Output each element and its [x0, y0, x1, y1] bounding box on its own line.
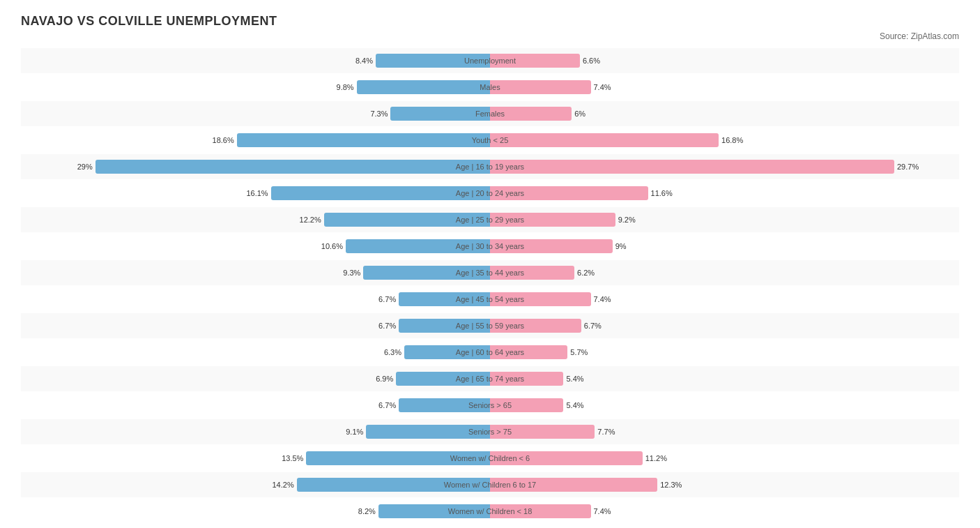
colville-bar: [490, 266, 574, 280]
navajo-value: 10.6%: [321, 242, 343, 250]
left-section: 6.9%: [21, 366, 490, 391]
colville-bar: [490, 186, 648, 200]
right-section: 9.2%: [490, 207, 959, 232]
chart-row: 13.5%Women w/ Children < 611.2%: [21, 446, 959, 471]
colville-value: 12.3%: [660, 481, 682, 489]
colville-value: 6.7%: [584, 322, 602, 330]
navajo-value: 6.7%: [378, 295, 396, 303]
colville-bar: [490, 54, 580, 68]
colville-value: 9%: [615, 242, 627, 250]
chart-row: 18.6%Youth < 2516.8%: [21, 128, 959, 153]
colville-value: 7.4%: [594, 83, 611, 91]
colville-value: 7.4%: [594, 507, 611, 515]
navajo-value: 12.2%: [300, 216, 321, 224]
navajo-value: 16.1%: [246, 189, 268, 197]
left-section: 8.2%: [21, 499, 490, 524]
right-section: 7.4%: [490, 499, 959, 524]
colville-value: 9.2%: [618, 216, 636, 224]
colville-value: 7.7%: [597, 428, 615, 436]
chart-row: 9.3%Age | 35 to 44 years6.2%: [21, 260, 959, 285]
chart-row: 16.1%Age | 20 to 24 years11.6%: [21, 181, 959, 206]
navajo-bar: [237, 133, 490, 147]
colville-value: 16.8%: [721, 136, 743, 144]
navajo-value: 14.2%: [273, 481, 294, 489]
chart-row: 9.8%Males7.4%: [21, 75, 959, 100]
colville-value: 5.4%: [566, 375, 583, 383]
navajo-value: 7.3%: [370, 110, 388, 118]
left-section: 6.3%: [21, 340, 490, 365]
navajo-value: 18.6%: [213, 136, 234, 144]
colville-bar: [490, 133, 719, 147]
navajo-bar: [306, 451, 490, 465]
colville-bar: [490, 451, 643, 465]
navajo-bar: [396, 372, 490, 386]
colville-bar: [490, 478, 657, 492]
left-section: 8.4%: [21, 48, 490, 73]
colville-bar: [490, 504, 591, 518]
colville-bar: [490, 372, 563, 386]
chart-row: 8.2%Women w/ Children < 187.4%: [21, 499, 959, 524]
colville-bar: [490, 160, 894, 174]
colville-value: 6.6%: [583, 56, 600, 65]
chart-row: 12.2%Age | 25 to 29 years9.2%: [21, 207, 959, 232]
left-section: 7.3%: [21, 101, 490, 126]
colville-value: 6.2%: [577, 269, 595, 277]
navajo-bar: [366, 425, 490, 439]
colville-value: 6%: [574, 110, 585, 118]
colville-value: 11.6%: [651, 189, 673, 197]
navajo-bar: [346, 239, 490, 253]
right-section: 7.4%: [490, 75, 959, 100]
right-section: 7.7%: [490, 419, 959, 444]
source-label: Source: ZipAtlas.com: [21, 31, 959, 41]
left-section: 12.2%: [21, 207, 490, 232]
navajo-bar: [95, 160, 490, 174]
navajo-bar: [399, 398, 490, 412]
chart-row: 29%Age | 16 to 19 years29.7%: [21, 154, 959, 179]
colville-bar: [490, 398, 563, 412]
navajo-bar: [399, 292, 490, 306]
left-section: 9.1%: [21, 419, 490, 444]
colville-value: 5.4%: [566, 401, 583, 409]
colville-value: 29.7%: [897, 163, 919, 171]
navajo-bar: [399, 319, 490, 333]
chart-area: 8.4%Unemployment6.6%9.8%Males7.4%7.3%Fem…: [21, 48, 959, 524]
right-section: 5.4%: [490, 366, 959, 391]
colville-bar: [490, 319, 581, 333]
navajo-value: 8.4%: [355, 56, 373, 65]
navajo-bar: [357, 80, 490, 94]
navajo-bar: [378, 504, 490, 518]
chart-row: 6.3%Age | 60 to 64 years5.7%: [21, 340, 959, 365]
right-section: 16.8%: [490, 128, 959, 153]
colville-bar: [490, 425, 595, 439]
left-section: 10.6%: [21, 234, 490, 259]
left-section: 13.5%: [21, 446, 490, 471]
colville-bar: [490, 292, 591, 306]
navajo-value: 6.9%: [376, 375, 393, 383]
navajo-value: 8.2%: [358, 507, 376, 515]
navajo-bar: [363, 266, 490, 280]
colville-bar: [490, 239, 613, 253]
left-section: 6.7%: [21, 393, 490, 418]
colville-bar: [490, 107, 572, 121]
right-section: 6.6%: [490, 48, 959, 73]
right-section: 9%: [490, 234, 959, 259]
chart-row: 6.7%Age | 55 to 59 years6.7%: [21, 313, 959, 338]
navajo-bar: [376, 54, 490, 68]
chart-row: 10.6%Age | 30 to 34 years9%: [21, 234, 959, 259]
navajo-value: 6.7%: [378, 322, 396, 330]
chart-row: 9.1%Seniors > 757.7%: [21, 419, 959, 444]
colville-bar: [490, 345, 567, 359]
chart-row: 6.7%Seniors > 655.4%: [21, 393, 959, 418]
colville-bar: [490, 80, 591, 94]
navajo-bar: [404, 345, 490, 359]
chart-row: 6.9%Age | 65 to 74 years5.4%: [21, 366, 959, 391]
navajo-value: 13.5%: [282, 454, 303, 462]
left-section: 16.1%: [21, 181, 490, 206]
left-section: 6.7%: [21, 287, 490, 312]
right-section: 6.2%: [490, 260, 959, 285]
right-section: 5.4%: [490, 393, 959, 418]
navajo-value: 9.8%: [337, 83, 354, 91]
right-section: 5.7%: [490, 340, 959, 365]
right-section: 7.4%: [490, 287, 959, 312]
navajo-value: 9.3%: [343, 269, 360, 277]
